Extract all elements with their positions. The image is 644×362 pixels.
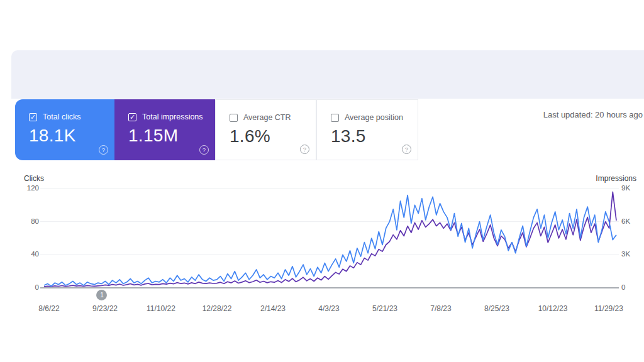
average-position-value: 13.5: [331, 126, 366, 146]
average-position-checkbox[interactable]: [331, 114, 339, 122]
x-axis-date-label: 10/12/23: [538, 304, 568, 313]
average-position-card[interactable]: Average position 13.5 ?: [316, 99, 418, 160]
series-line-total-clicks: [44, 195, 616, 287]
axis-tick-label: 80: [11, 217, 39, 225]
annotation-marker-badge[interactable]: 1: [95, 288, 108, 302]
card-label: Average CTR: [243, 113, 291, 122]
last-updated-text: Last updated: 20 hours ago: [543, 110, 643, 119]
filter-toolbar: Search type: Web Date: Last 16 months + …: [11, 50, 644, 99]
axis-tick-label: 0: [11, 283, 39, 291]
total-impressions-checkbox[interactable]: ✓: [128, 113, 136, 121]
average-ctr-value: 1.6%: [230, 126, 270, 146]
help-icon[interactable]: ?: [402, 145, 411, 154]
x-axis-date-label: 8/25/23: [484, 304, 509, 313]
total-clicks-value: 18.1K: [29, 126, 76, 146]
left-axis-title: Clicks: [24, 174, 44, 183]
axis-tick-label: 9K: [621, 184, 630, 192]
average-ctr-card[interactable]: Average CTR 1.6% ?: [215, 99, 316, 160]
x-axis-date-label: 12/28/22: [203, 304, 232, 313]
card-label: Total impressions: [142, 112, 203, 121]
axis-tick-label: 6K: [621, 217, 630, 225]
total-clicks-checkbox[interactable]: ✓: [29, 113, 37, 121]
x-axis-date-label: 7/8/23: [430, 304, 451, 313]
total-impressions-card[interactable]: ✓ Total impressions 1.15M ?: [114, 99, 215, 160]
x-axis-date-label: 9/23/22: [92, 304, 118, 313]
help-icon[interactable]: ?: [99, 145, 108, 155]
search-console-performance-page: Search type: Web Date: Last 16 months + …: [0, 0, 644, 362]
x-axis-date-label: 4/3/23: [318, 304, 339, 313]
help-icon[interactable]: ?: [199, 145, 209, 155]
x-axis-date-label: 5/21/23: [372, 304, 397, 313]
x-axis-date-label: 8/6/22: [38, 304, 59, 313]
x-axis-date-label: 2/14/23: [260, 304, 286, 313]
x-axis-date-label: 11/29/23: [594, 304, 623, 313]
series-line-total-impressions: [44, 192, 616, 287]
card-label: Average position: [345, 113, 403, 122]
right-axis-title: Impressions: [596, 174, 636, 183]
x-axis-date-label: 11/10/22: [147, 304, 175, 313]
total-clicks-card[interactable]: ✓ Total clicks 18.1K ?: [15, 99, 114, 160]
total-impressions-value: 1.15M: [128, 126, 178, 146]
axis-tick-label: 120: [11, 184, 39, 192]
axis-tick-label: 0: [621, 283, 625, 291]
help-icon[interactable]: ?: [300, 145, 309, 154]
axis-tick-label: 40: [11, 250, 39, 258]
axis-tick-label: 3K: [621, 250, 630, 258]
card-label: Total clicks: [43, 112, 80, 121]
average-ctr-checkbox[interactable]: [230, 114, 238, 122]
